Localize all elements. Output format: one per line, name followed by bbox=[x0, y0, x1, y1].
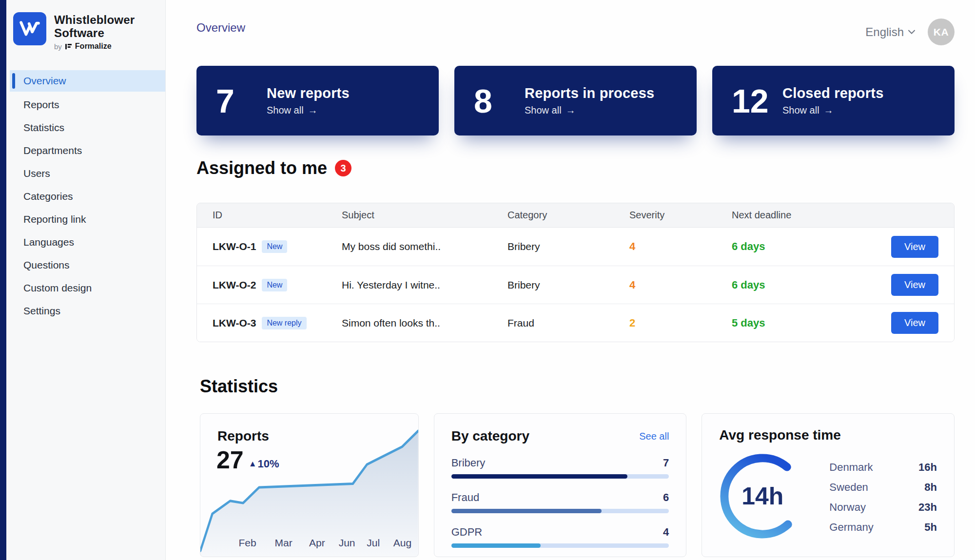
summary-count: 8 bbox=[474, 84, 514, 117]
show-all-link[interactable]: Show all→ bbox=[525, 105, 654, 116]
formalize-icon bbox=[65, 43, 72, 50]
summary-count: 12 bbox=[732, 84, 772, 117]
main-content: Overview English KA 7New reportsShow all… bbox=[166, 0, 975, 560]
summary-card-new-reports[interactable]: 7New reportsShow all→ bbox=[196, 66, 439, 135]
cell-id: LKW-O-3New reply bbox=[213, 317, 342, 329]
cell-action: View bbox=[873, 312, 938, 334]
country-label: Sweden bbox=[829, 481, 868, 494]
arrow-right-icon: → bbox=[308, 105, 318, 116]
reports-delta: ▲ 10% bbox=[249, 458, 279, 472]
month-tick-jul: Jul bbox=[367, 537, 380, 549]
response-center-value: 14h bbox=[716, 450, 809, 542]
sidebar-item-settings[interactable]: Settings bbox=[6, 299, 165, 322]
category-card-header: By category See all bbox=[451, 428, 669, 444]
column-header-next-deadline: Next deadline bbox=[732, 210, 873, 221]
brand-logo[interactable]: Whistleblower Software by Formalize bbox=[6, 0, 165, 51]
see-all-link[interactable]: See all bbox=[639, 431, 669, 442]
cell-action: View bbox=[873, 274, 938, 296]
report-id: LKW-O-1 bbox=[213, 241, 256, 252]
category-bar-fill bbox=[451, 543, 541, 548]
category-value: 4 bbox=[663, 526, 669, 539]
view-button[interactable]: View bbox=[891, 274, 938, 296]
sidebar-item-questions[interactable]: Questions bbox=[6, 253, 165, 276]
brand-line2: Software bbox=[54, 26, 135, 39]
cell-id: LKW-O-1New bbox=[213, 240, 342, 253]
category-value: 6 bbox=[663, 491, 669, 504]
month-tick-mar: Mar bbox=[275, 537, 292, 549]
country-value: 16h bbox=[918, 461, 937, 474]
category-row-bribery: Bribery7 bbox=[451, 457, 669, 479]
byline-brand: Formalize bbox=[75, 42, 112, 51]
sidebar-item-departments[interactable]: Departments bbox=[6, 139, 165, 162]
show-all-label: Show all bbox=[525, 105, 562, 116]
assigned-table: IDSubjectCategorySeverityNext deadline L… bbox=[196, 203, 955, 342]
sidebar-item-languages[interactable]: Languages bbox=[6, 231, 165, 253]
category-value: 7 bbox=[663, 457, 669, 469]
sidebar-item-reporting-link[interactable]: Reporting link bbox=[6, 208, 165, 231]
sidebar-item-label: Categories bbox=[23, 191, 73, 202]
sidebar-item-label: Departments bbox=[23, 145, 82, 156]
sidebar-item-custom-design[interactable]: Custom design bbox=[6, 276, 165, 299]
summary-card-reports-in-process[interactable]: 8Reports in processShow all→ bbox=[454, 66, 697, 135]
brand-name: Whistleblower Software by Formalize bbox=[54, 12, 135, 51]
summary-texts: Closed reportsShow all→ bbox=[782, 85, 883, 116]
country-label: Denmark bbox=[829, 461, 873, 474]
month-tick-jun: Jun bbox=[339, 537, 355, 549]
statistics-title: Statistics bbox=[196, 376, 955, 397]
sidebar-item-label: Reports bbox=[23, 99, 59, 111]
response-country-list: Denmark16hSweden8hNorway23hGermany5h bbox=[829, 457, 937, 537]
whistleblower-logo-icon bbox=[13, 12, 46, 45]
category-row-fraud: Fraud6 bbox=[451, 491, 669, 513]
reports-kpi: 27 ▲ 10% bbox=[216, 448, 279, 472]
language-selector[interactable]: English bbox=[865, 25, 915, 39]
column-header-category: Category bbox=[507, 210, 629, 221]
summary-title: Reports in process bbox=[525, 85, 654, 101]
country-label: Norway bbox=[829, 501, 866, 514]
country-value: 23h bbox=[918, 501, 937, 514]
report-subject: Hi. Yesterday I witne.. bbox=[342, 279, 507, 291]
report-severity: 2 bbox=[629, 317, 732, 329]
category-line: GDPR4 bbox=[451, 526, 669, 539]
language-label: English bbox=[865, 25, 904, 39]
sidebar-item-label: Reporting link bbox=[23, 213, 86, 225]
report-deadline: 5 days bbox=[732, 317, 873, 329]
status-badge: New bbox=[262, 240, 287, 253]
response-card-title: Avg response time bbox=[719, 427, 937, 443]
summary-title: Closed reports bbox=[782, 85, 883, 101]
sidebar-item-reports[interactable]: Reports bbox=[6, 93, 165, 116]
cell-action: View bbox=[873, 236, 938, 258]
category-bar-fill bbox=[451, 509, 602, 513]
category-bar-list: Bribery7Fraud6GDPR4 bbox=[451, 457, 669, 548]
report-severity: 4 bbox=[629, 279, 732, 291]
summary-count: 7 bbox=[216, 84, 256, 117]
column-header-id: ID bbox=[213, 210, 342, 221]
reports-chart-card: Reports 27 ▲ 10% bbox=[200, 413, 419, 557]
view-button[interactable]: View bbox=[891, 312, 938, 334]
reports-total-value: 27 bbox=[216, 448, 244, 472]
show-all-link[interactable]: Show all→ bbox=[267, 105, 350, 116]
response-row-denmark: Denmark16h bbox=[829, 457, 937, 477]
avatar[interactable]: KA bbox=[928, 19, 955, 45]
assigned-title: Assigned to me bbox=[196, 158, 327, 178]
category-card-title: By category bbox=[451, 428, 529, 444]
sidebar-item-label: Overview bbox=[23, 75, 66, 87]
table-row-lkw-o-2: LKW-O-2NewHi. Yesterday I witne..Bribery… bbox=[197, 266, 954, 304]
topbar-right: English KA bbox=[865, 19, 955, 45]
report-category: Fraud bbox=[507, 317, 629, 329]
summary-texts: New reportsShow all→ bbox=[267, 85, 350, 116]
sidebar-item-overview[interactable]: Overview bbox=[10, 70, 165, 92]
view-button[interactable]: View bbox=[891, 236, 938, 258]
table-row-lkw-o-1: LKW-O-1NewMy boss did somethi..Bribery46… bbox=[197, 228, 954, 266]
show-all-link[interactable]: Show all→ bbox=[782, 105, 883, 116]
sidebar: Whistleblower Software by Formalize Over… bbox=[6, 0, 166, 560]
status-badge: New reply bbox=[262, 317, 306, 329]
left-accent-strip bbox=[0, 0, 6, 560]
column-header-severity: Severity bbox=[629, 210, 732, 221]
cell-id: LKW-O-2New bbox=[213, 279, 342, 291]
summary-card-closed-reports[interactable]: 12Closed reportsShow all→ bbox=[712, 66, 955, 135]
sidebar-item-statistics[interactable]: Statistics bbox=[6, 116, 165, 139]
sidebar-item-categories[interactable]: Categories bbox=[6, 185, 165, 208]
active-item-indicator bbox=[12, 73, 15, 89]
category-line: Bribery7 bbox=[451, 457, 669, 469]
sidebar-item-users[interactable]: Users bbox=[6, 162, 165, 185]
